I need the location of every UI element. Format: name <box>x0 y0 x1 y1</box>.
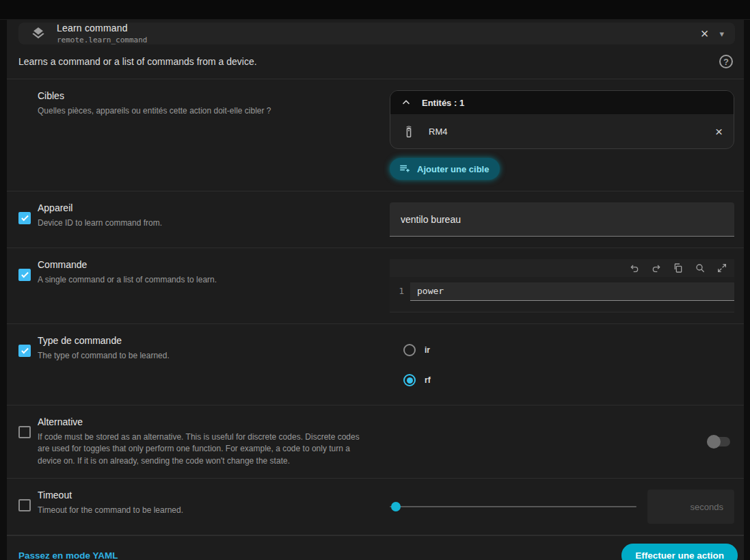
command-type-options: ir rf <box>390 335 734 394</box>
add-target-button[interactable]: Ajouter une cible <box>390 158 500 180</box>
targets-row: Cibles Quelles pièces, appareils ou enti… <box>7 79 744 191</box>
perform-action-button[interactable]: Effectuer une action <box>621 544 738 560</box>
device-right <box>390 202 734 237</box>
command-type-left: Type de commande The type of command to … <box>18 335 366 394</box>
timeout-slider[interactable] <box>390 490 637 524</box>
redo-icon[interactable] <box>651 263 662 274</box>
targets-right: Entités : 1 RM4 × <box>390 90 734 180</box>
help-icon[interactable]: ? <box>719 55 733 68</box>
device-label-block: Appareil Device ID to learn command from… <box>38 202 162 229</box>
entities-panel-header[interactable]: Entités : 1 <box>390 91 734 114</box>
device-description: Device ID to learn command from. <box>38 217 162 229</box>
alternative-checkbox[interactable] <box>18 426 31 438</box>
screen: Learn command remote.learn_command × ▾ L… <box>0 0 750 560</box>
toggle-knob <box>707 435 721 449</box>
command-label: Commande <box>38 259 217 270</box>
chevron-up-icon <box>400 96 412 109</box>
check-icon <box>21 271 29 278</box>
radio-label: rf <box>425 375 431 385</box>
targets-label: Cibles <box>38 90 271 101</box>
action-dialog: Learn command remote.learn_command × ▾ L… <box>7 20 744 560</box>
timeout-label: Timeout <box>38 490 183 501</box>
alternative-label: Alternative <box>38 416 366 427</box>
command-checkbox[interactable] <box>18 269 31 281</box>
device-checkbox[interactable] <box>18 212 31 224</box>
check-icon <box>21 214 29 222</box>
command-right: 1 power <box>390 259 734 312</box>
slider-thumb[interactable] <box>391 502 401 511</box>
entity-row[interactable]: RM4 × <box>390 114 734 148</box>
timeout-label-block: Timeout Timeout for the command to be le… <box>38 490 183 516</box>
targets-left: Cibles Quelles pièces, appareils ou enti… <box>18 90 366 180</box>
targets-label-block: Cibles Quelles pièces, appareils ou enti… <box>38 90 271 117</box>
alternative-description: If code must be stored as an alternative… <box>38 431 366 467</box>
dialog-footer: Passez en mode YAML Effectuer une action <box>7 535 744 560</box>
radio-label: ir <box>425 345 430 355</box>
check-icon <box>21 347 29 354</box>
editor-body: 1 power <box>390 277 734 312</box>
command-type-checkbox[interactable] <box>18 345 31 357</box>
entities-count-label: Entités : 1 <box>422 98 464 108</box>
header-actions: × ▾ <box>701 27 724 40</box>
code-editor: 1 power <box>390 259 734 312</box>
command-type-row: Type de commande The type of command to … <box>7 324 744 405</box>
command-row: Commande A single command or a list of c… <box>7 248 744 324</box>
command-type-label-block: Type de commande The type of command to … <box>38 335 170 362</box>
remote-icon <box>401 124 416 139</box>
timeout-row: Timeout Timeout for the command to be le… <box>7 479 744 535</box>
chevron-down-icon[interactable]: ▾ <box>719 29 724 39</box>
entity-name: RM4 <box>429 126 447 137</box>
remove-entity-icon[interactable]: × <box>715 125 723 138</box>
radio-icon[interactable] <box>403 344 416 356</box>
service-description-row: Learns a command or a list of commands f… <box>7 44 744 79</box>
dialog-header: Learn command remote.learn_command × ▾ <box>18 23 735 44</box>
service-description: Learns a command or a list of commands f… <box>18 56 257 67</box>
command-label-block: Commande A single command or a list of c… <box>38 259 217 286</box>
top-bar <box>0 0 750 20</box>
dialog-title: Learn command <box>57 23 147 34</box>
device-input[interactable] <box>390 202 734 237</box>
command-type-description: The type of command to be learned. <box>38 350 170 362</box>
timeout-right: seconds <box>390 490 734 524</box>
alternative-left: Alternative If code must be stored as an… <box>18 416 366 467</box>
device-label: Appareil <box>38 202 162 213</box>
dialog-titles: Learn command remote.learn_command <box>57 23 147 44</box>
timeout-checkbox[interactable] <box>18 499 31 511</box>
undo-icon[interactable] <box>629 263 640 274</box>
command-type-right: ir rf <box>390 335 734 394</box>
line-number: 1 <box>390 282 410 301</box>
playlist-plus-icon <box>399 163 411 175</box>
radio-option-ir[interactable]: ir <box>403 339 734 361</box>
timeout-unit-placeholder: seconds <box>691 502 723 512</box>
device-left: Appareil Device ID to learn command from… <box>18 202 366 237</box>
timeout-description: Timeout for the command to be learned. <box>38 505 183 516</box>
command-type-label: Type de commande <box>38 335 170 346</box>
service-id: remote.learn_command <box>57 36 147 44</box>
targets-description: Quelles pièces, appareils ou entités cet… <box>38 105 271 117</box>
radio-icon-selected[interactable] <box>403 374 416 386</box>
service-layers-icon <box>29 25 47 42</box>
alternative-toggle[interactable] <box>707 437 730 446</box>
alternative-toggle-wrap <box>390 416 734 467</box>
search-icon[interactable] <box>695 263 706 274</box>
command-left: Commande A single command or a list of c… <box>18 259 366 312</box>
slider-track[interactable] <box>390 506 637 507</box>
alternative-right <box>390 416 734 467</box>
close-icon[interactable]: × <box>701 27 709 40</box>
alternative-label-block: Alternative If code must be stored as an… <box>38 416 366 467</box>
device-row: Appareil Device ID to learn command from… <box>7 191 744 248</box>
alternative-row: Alternative If code must be stored as an… <box>7 405 744 479</box>
editor-toolbar <box>390 259 734 277</box>
yaml-mode-link[interactable]: Passez en mode YAML <box>18 550 118 560</box>
entities-panel: Entités : 1 RM4 × <box>390 90 734 149</box>
radio-option-rf[interactable]: rf <box>403 369 734 391</box>
command-value[interactable]: power <box>410 282 734 301</box>
add-target-label: Ajouter une cible <box>417 164 489 174</box>
command-description: A single command or a list of commands t… <box>38 274 217 286</box>
expand-icon[interactable] <box>716 263 727 274</box>
copy-icon[interactable] <box>673 263 684 274</box>
timeout-left: Timeout Timeout for the command to be le… <box>18 490 366 524</box>
timeout-unit-field[interactable]: seconds <box>647 490 734 524</box>
